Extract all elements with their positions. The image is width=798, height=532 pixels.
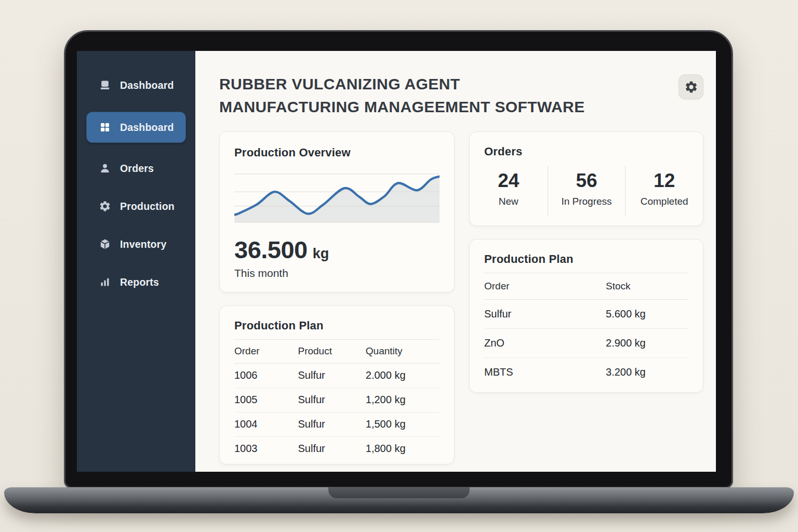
cell-order: 1004 [234,412,298,436]
header: RUBBER VULCANIZING AGENT MANUFACTURING M… [219,73,703,118]
sidebar-item-label: Orders [120,163,154,175]
laptop-base-notch [328,487,470,498]
stat-label: New [470,196,548,207]
production-line-chart [234,168,440,225]
cell-order: Sulfur [484,299,601,328]
cell-order: MBTS [484,357,601,387]
cell-product: Sulfur [298,436,365,461]
production-plan-card-right: Production Plan Order Stock [469,239,703,393]
stat-label: Completed [626,196,703,207]
production-total-value: 36.500 [234,235,308,264]
cell-product: Sulfur [298,388,365,412]
card-title: Production Plan [484,252,688,266]
stat-value: 56 [548,170,626,192]
sidebar-item-inventory[interactable]: Inventory [86,233,186,256]
page-title-line1: RUBBER VULCANIZING AGENT [219,75,460,92]
laptop-screen-frame: Dashboard Dashboard Orders [64,30,733,488]
column-header: Product [298,340,365,363]
cube-icon [99,238,111,250]
sidebar-item-dashboard-active[interactable]: Dashboard [86,112,186,143]
stock-table: Order Stock Sulfur 5.600 kg [484,273,688,387]
cell-product: Sulfur [298,412,365,436]
left-column: Production Overview 36.500 kg This month… [219,131,455,464]
table-header-row: Order Product Quantity [234,340,440,363]
cell-quantity: 1,500 kg [366,412,440,436]
desktop-background: Dashboard Dashboard Orders [0,0,798,532]
sidebar-item-label: Dashboard [120,122,174,134]
cell-order: ZnO [484,328,601,357]
table-row: 1003 Sulfur 1,800 kg [234,436,440,461]
user-icon [99,162,111,175]
cell-stock: 2.900 kg [601,328,688,357]
cell-order: 1005 [234,388,298,412]
cell-quantity: 1,200 kg [366,388,440,412]
production-total-period: This month [234,267,440,280]
sidebar-item-label: Dashboard [120,79,174,91]
production-total: 36.500 kg [234,235,440,264]
production-total-unit: kg [313,246,329,262]
bar-chart-icon [99,276,111,288]
production-plan-card-left: Production Plan Order Product Quantity [219,305,455,464]
page-title: RUBBER VULCANIZING AGENT MANUFACTURING M… [219,73,585,118]
sidebar-item-label: Reports [120,276,159,288]
table-row: 1006 Sulfur 2.000 kg [234,363,440,388]
card-title: Production Overview [234,146,440,159]
main-content: RUBBER VULCANIZING AGENT MANUFACTURING M… [195,51,716,472]
sidebar-item-label: Production [120,201,175,212]
stat-value: 12 [626,170,703,192]
cell-stock: 3.200 kg [601,357,688,387]
gear-icon [99,200,111,212]
laptop-icon [99,79,111,91]
cell-product: Sulfur [298,363,365,388]
cell-quantity: 2.000 kg [366,363,440,388]
column-header: Stock [601,273,688,299]
production-plan-table: Order Product Quantity 1006 Sulfur [234,340,440,461]
sidebar-item-label: Inventory [120,238,167,250]
cell-order: 1003 [234,436,298,461]
column-header: Order [484,273,601,299]
page-title-line2: MANUFACTURING MANAGEEMENT SOFTWARE [219,98,585,115]
gear-icon [684,80,698,94]
stat-value: 24 [470,170,548,192]
card-title: Orders [470,145,703,158]
stat-in-progress: 56 In Progress [548,166,626,217]
table-row: ZnO 2.900 kg [484,328,688,357]
column-header: Order [234,340,298,363]
orders-stats: 24 New 56 In Progress 12 Completed [470,166,703,217]
card-title: Production Plan [234,319,440,332]
stat-label: In Progress [548,196,626,207]
sidebar-item-reports[interactable]: Reports [86,271,186,294]
laptop-base [4,487,794,513]
table-row: Sulfur 5.600 kg [484,299,688,328]
sidebar-item-dashboard-top[interactable]: Dashboard [86,74,186,97]
sidebar: Dashboard Dashboard Orders [77,51,195,472]
production-overview-card: Production Overview 36.500 kg This month [219,131,455,292]
table-header-row: Order Stock [484,273,688,299]
app-screen: Dashboard Dashboard Orders [77,51,716,472]
cell-quantity: 1,800 kg [366,436,440,461]
sidebar-item-orders[interactable]: Orders [86,157,186,180]
stat-completed: 12 Completed [625,166,703,217]
grid-icon [99,121,111,134]
table-row: MBTS 3.200 kg [484,357,688,387]
settings-button[interactable] [679,74,703,99]
column-header: Quantity [366,340,440,363]
cell-order: 1006 [234,363,298,388]
table-row: 1005 Sulfur 1,200 kg [234,388,440,412]
cell-stock: 5.600 kg [601,299,688,328]
cards-grid: Production Overview 36.500 kg This month… [219,131,703,464]
stat-new: 24 New [470,166,548,217]
right-column: Orders 24 New 56 In Progress [469,131,703,393]
sidebar-item-production[interactable]: Production [86,195,186,218]
table-row: 1004 Sulfur 1,500 kg [234,412,440,436]
orders-card: Orders 24 New 56 In Progress [469,131,703,226]
